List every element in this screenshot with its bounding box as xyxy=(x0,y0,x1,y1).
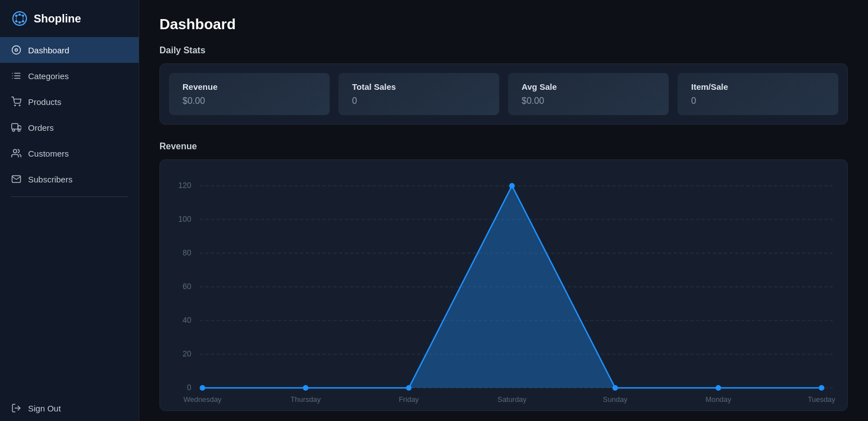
sidebar-item-dashboard[interactable]: Dashboard xyxy=(0,37,139,63)
revenue-chart-area: 120 100 80 60 40 20 xyxy=(169,169,838,405)
customers-icon xyxy=(11,148,21,158)
x-label-monday: Monday xyxy=(705,395,731,404)
revenue-chart-container: 120 100 80 60 40 20 xyxy=(159,159,848,411)
stat-item-sale-label: Item/Sale xyxy=(691,82,825,91)
stat-card-revenue: Revenue $0.00 xyxy=(169,73,330,115)
daily-stats-title: Daily Stats xyxy=(159,45,848,56)
svg-point-22 xyxy=(19,105,20,106)
x-label-saturday: Saturday xyxy=(497,395,527,404)
stat-card-total-sales: Total Sales 0 xyxy=(339,73,499,115)
sidebar: Shopline Dashboard Categories xyxy=(0,0,139,421)
nav-divider xyxy=(11,196,127,197)
sidebar-item-customers-label: Customers xyxy=(28,149,69,158)
x-label-sunday: Sunday xyxy=(603,395,628,404)
dashboard-icon xyxy=(11,45,21,55)
stat-total-sales-label: Total Sales xyxy=(352,82,486,91)
chart-dot-friday xyxy=(406,385,412,391)
sidebar-item-dashboard-label: Dashboard xyxy=(28,45,69,55)
x-label-tuesday: Tuesday xyxy=(808,395,836,404)
stats-grid: Revenue $0.00 Total Sales 0 Avg Sale $0.… xyxy=(159,63,848,125)
y-label-0: 0 xyxy=(187,383,191,392)
stat-card-avg-sale: Avg Sale $0.00 xyxy=(508,73,669,115)
sidebar-item-orders[interactable]: Orders xyxy=(0,115,139,140)
app-name: Shopline xyxy=(34,12,81,25)
products-icon xyxy=(11,97,21,107)
y-label-80: 80 xyxy=(182,248,191,257)
x-label-wednesday: Wednesday xyxy=(184,395,222,404)
sidebar-item-customers[interactable]: Customers xyxy=(0,140,139,166)
stat-total-sales-value: 0 xyxy=(352,96,486,106)
y-label-20: 20 xyxy=(182,349,191,358)
main-content: Dashboard Daily Stats Revenue $0.00 Tota… xyxy=(139,0,868,421)
sign-out-button[interactable]: Sign Out xyxy=(0,395,139,421)
x-label-friday: Friday xyxy=(399,395,419,404)
sign-out-label: Sign Out xyxy=(28,404,61,413)
y-label-100: 100 xyxy=(179,214,191,223)
stat-item-sale-value: 0 xyxy=(691,96,825,106)
sidebar-item-orders-label: Orders xyxy=(28,123,54,132)
svg-point-25 xyxy=(18,129,20,131)
x-label-thursday: Thursday xyxy=(290,395,321,404)
categories-icon xyxy=(11,71,21,81)
chart-dot-sunday xyxy=(613,385,618,391)
revenue-chart-title: Revenue xyxy=(159,141,848,152)
app-logo: Shopline xyxy=(0,0,139,37)
svg-point-24 xyxy=(12,129,15,131)
svg-rect-23 xyxy=(12,123,18,129)
stat-revenue-value: $0.00 xyxy=(182,96,316,106)
stat-card-item-sale: Item/Sale 0 xyxy=(678,73,838,115)
sidebar-item-categories-label: Categories xyxy=(28,71,69,81)
chart-dot-thursday xyxy=(303,385,308,391)
logo-icon xyxy=(11,10,28,27)
chart-dot-saturday xyxy=(509,183,515,189)
sidebar-nav: Dashboard Categories Products xyxy=(0,37,139,421)
sidebar-item-products[interactable]: Products xyxy=(0,89,139,115)
stat-avg-sale-label: Avg Sale xyxy=(522,82,655,91)
subscribers-icon xyxy=(11,174,21,184)
stat-revenue-label: Revenue xyxy=(182,82,316,91)
daily-stats-section: Daily Stats Revenue $0.00 Total Sales 0 … xyxy=(159,45,848,125)
revenue-section: Revenue 120 100 80 xyxy=(159,141,848,411)
revenue-chart-svg: 120 100 80 60 40 20 xyxy=(169,169,838,405)
sidebar-item-products-label: Products xyxy=(28,97,61,107)
svg-point-14 xyxy=(15,49,18,52)
sidebar-item-subscribers[interactable]: Subscribers xyxy=(0,166,139,192)
page-title: Dashboard xyxy=(159,16,848,33)
sidebar-item-subscribers-label: Subscribers xyxy=(28,175,72,184)
svg-point-26 xyxy=(13,149,17,153)
sign-out-icon xyxy=(11,403,21,413)
chart-dot-tuesday xyxy=(819,385,824,391)
stat-avg-sale-value: $0.00 xyxy=(522,96,655,106)
y-label-60: 60 xyxy=(182,282,191,291)
chart-dot-wednesday xyxy=(200,385,205,391)
svg-point-21 xyxy=(15,105,16,106)
svg-point-13 xyxy=(12,46,21,54)
sidebar-item-categories[interactable]: Categories xyxy=(0,63,139,89)
y-label-40: 40 xyxy=(182,315,191,324)
chart-dot-monday xyxy=(715,385,721,391)
y-label-120: 120 xyxy=(179,181,191,190)
orders-icon xyxy=(11,122,21,132)
